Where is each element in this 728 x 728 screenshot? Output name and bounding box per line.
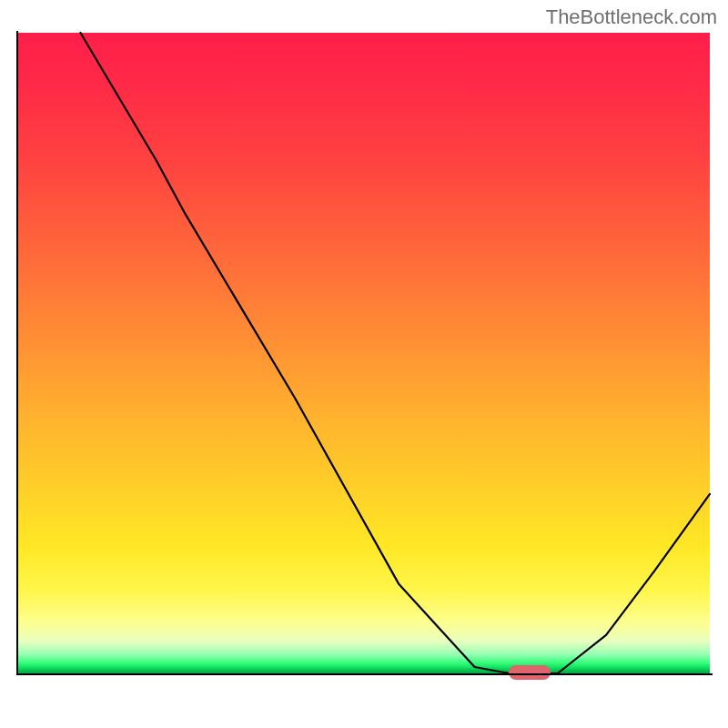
bottleneck-curve-path xyxy=(80,33,710,673)
watermark-text: TheBottleneck.com xyxy=(546,5,717,29)
plot-area xyxy=(16,31,713,695)
curve-svg xyxy=(18,33,710,673)
x-axis-line xyxy=(16,673,713,675)
bottleneck-chart xyxy=(16,31,713,695)
y-axis-line xyxy=(16,31,18,675)
optimal-marker xyxy=(509,665,551,680)
